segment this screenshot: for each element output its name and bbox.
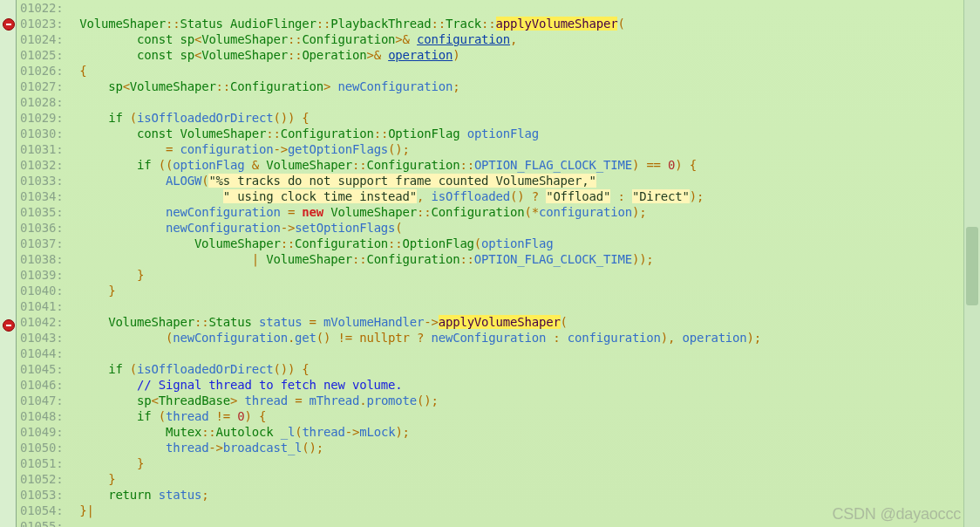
token: }| xyxy=(72,503,94,517)
token xyxy=(72,189,223,203)
token: = xyxy=(72,142,180,156)
code-line[interactable]: 01034: " using clock time instead", isOf… xyxy=(20,188,977,204)
gutter-row xyxy=(0,382,16,398)
token: ); xyxy=(632,205,646,219)
token: )); xyxy=(632,252,654,266)
gutter-row xyxy=(0,222,16,238)
code-line[interactable]: 01036: newConfiguration->setOptionFlags( xyxy=(20,220,977,236)
code-line[interactable]: 01037: VolumeShaper::Configuration::Opti… xyxy=(20,236,977,251)
scrollbar-thumb[interactable] xyxy=(966,227,978,305)
code-line[interactable]: 01022: xyxy=(20,0,977,16)
token xyxy=(72,221,166,235)
gutter-row xyxy=(0,301,16,317)
gutter-row xyxy=(0,335,16,351)
line-number: 01051: xyxy=(20,455,72,471)
gutter-row xyxy=(0,191,16,207)
token: sp xyxy=(180,48,194,62)
token: :: xyxy=(316,17,330,31)
line-number: 01025: xyxy=(20,47,72,63)
token: operation xyxy=(388,48,453,62)
code-line[interactable]: 01039: } xyxy=(20,267,977,283)
code-line[interactable]: 01025: const sp<VolumeShaper::Operation>… xyxy=(20,47,977,63)
code-line[interactable]: 01049: Mutex::Autolock _l(thread->mLock)… xyxy=(20,424,977,440)
code-line[interactable]: 01046: // Signal thread to fetch new vol… xyxy=(20,377,977,393)
code-line[interactable]: 01045: if (isOffloadedOrDirect()) { xyxy=(20,361,977,377)
code-line[interactable]: 01048: if (thread != 0) { xyxy=(20,408,977,424)
token: promote xyxy=(366,394,417,407)
token xyxy=(72,158,137,172)
token xyxy=(72,488,108,502)
code-line[interactable]: 01028: xyxy=(20,94,977,110)
code-line[interactable]: 01053: return status; xyxy=(20,487,977,503)
token xyxy=(72,378,137,392)
token xyxy=(223,17,230,31)
token: :: xyxy=(216,79,230,93)
line-number: 01022: xyxy=(20,0,72,16)
token: applyVolumeShaper xyxy=(439,315,561,329)
line-number: 01052: xyxy=(20,471,72,487)
code-line[interactable]: 01026: { xyxy=(20,63,977,79)
token: getOptionFlags xyxy=(288,142,388,156)
gutter-row xyxy=(0,366,16,382)
code-line[interactable]: 01038: | VolumeShaper::Configuration::OP… xyxy=(20,251,977,267)
token: | xyxy=(72,252,266,266)
token: ) == xyxy=(632,158,668,172)
gutter-row xyxy=(0,81,16,97)
line-number: 01034: xyxy=(20,188,72,204)
code-line[interactable]: 01029: if (isOffloadedOrDirect()) { xyxy=(20,110,977,126)
code-line[interactable]: 01031: = configuration->getOptionFlags()… xyxy=(20,141,977,157)
token: < xyxy=(194,32,201,46)
code-line[interactable]: 01024: const sp<VolumeShaper::Configurat… xyxy=(20,31,977,47)
gutter-row xyxy=(0,429,16,445)
token xyxy=(72,394,137,407)
code-line[interactable]: 01043: (newConfiguration.get() != nullpt… xyxy=(20,330,977,346)
token: ()) { xyxy=(273,362,309,376)
token: Status xyxy=(180,17,222,31)
code-line[interactable]: 01030: const VolumeShaper::Configuration… xyxy=(20,126,977,141)
code-line[interactable]: 01052: } xyxy=(20,471,977,487)
token: , xyxy=(510,32,517,46)
line-number: 01023: xyxy=(20,16,72,31)
gutter-row xyxy=(0,34,16,50)
code-line[interactable]: 01040: } xyxy=(20,283,977,298)
token: :: xyxy=(194,315,208,329)
token: VolumeShaper xyxy=(108,315,194,329)
code-line[interactable]: 01032: if ((optionFlag & VolumeShaper::C… xyxy=(20,157,977,173)
line-number: 01035: xyxy=(20,204,72,220)
code-line[interactable]: 01050: thread->broadcast_l(); xyxy=(20,440,977,455)
token: isOffloadedOrDirect xyxy=(137,111,273,125)
token: :: xyxy=(281,236,295,250)
token: Status xyxy=(208,315,251,329)
code-line[interactable]: 01047: sp<ThreadBase> thread = mThread.p… xyxy=(20,393,977,408)
token: PlaybackThread xyxy=(330,17,431,31)
code-line[interactable]: 01035: newConfiguration = new VolumeShap… xyxy=(20,204,977,220)
token: Mutex xyxy=(166,425,201,439)
breakpoint-icon[interactable] xyxy=(3,18,15,31)
breakpoint-icon[interactable] xyxy=(3,319,15,332)
gutter-row xyxy=(0,50,16,65)
line-number: 01029: xyxy=(20,110,72,126)
code-line[interactable]: 01023: VolumeShaper::Status AudioFlinger… xyxy=(20,16,977,31)
code-line[interactable]: 01041: xyxy=(20,298,977,314)
token xyxy=(273,425,280,439)
code-line[interactable]: 01027: sp<VolumeShaper::Configuration> n… xyxy=(20,79,977,94)
token: ( xyxy=(395,221,402,235)
marker-gutter xyxy=(0,0,17,527)
code-line[interactable]: 01051: } xyxy=(20,455,977,471)
code-area[interactable]: 01022: 01023: VolumeShaper::Status Audio… xyxy=(17,0,980,527)
code-line[interactable]: 01044: xyxy=(20,346,977,361)
token: status xyxy=(259,315,302,329)
code-line[interactable]: 01042: VolumeShaper::Status status = mVo… xyxy=(20,314,977,330)
token: Configuration xyxy=(230,79,323,93)
token: -> xyxy=(273,142,287,156)
gutter-row xyxy=(0,319,16,335)
token: > xyxy=(230,394,244,407)
token: > xyxy=(366,48,373,62)
scrollbar-vertical[interactable] xyxy=(963,0,980,527)
token: ); xyxy=(747,331,761,345)
code-line[interactable]: 01033: ALOGW("%s tracks do not support f… xyxy=(20,173,977,188)
line-number: 01049: xyxy=(20,424,72,440)
gutter-row xyxy=(0,445,16,461)
token: ); xyxy=(690,189,704,203)
token: _l xyxy=(281,425,295,439)
